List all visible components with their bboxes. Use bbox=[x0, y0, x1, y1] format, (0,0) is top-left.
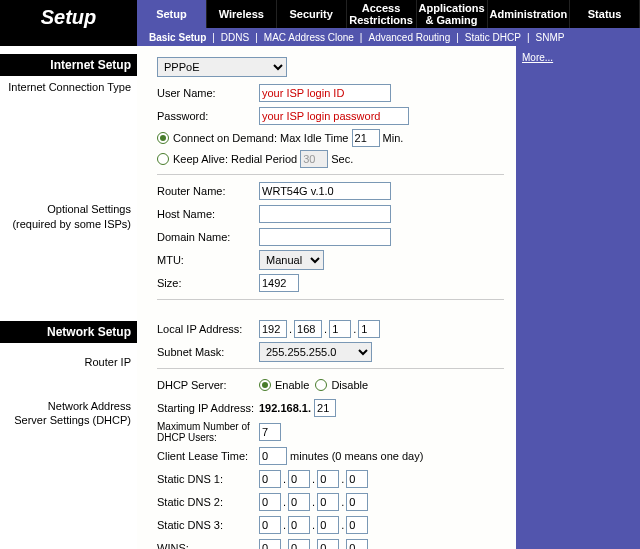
wins-d[interactable] bbox=[346, 539, 368, 549]
local-ip-label: Local IP Address: bbox=[157, 323, 259, 335]
sep: | bbox=[255, 32, 258, 43]
cod-label: Connect on Demand: Max Idle Time bbox=[173, 132, 348, 144]
tab-security[interactable]: Security bbox=[277, 0, 347, 28]
dns1-label: Static DNS 1: bbox=[157, 473, 259, 485]
dhcp-disable-radio[interactable] bbox=[315, 379, 327, 391]
dns3-a[interactable] bbox=[259, 516, 281, 534]
username-input[interactable] bbox=[259, 84, 391, 102]
password-input[interactable] bbox=[259, 107, 409, 125]
redial-period-input[interactable] bbox=[300, 150, 328, 168]
disable-text: Disable bbox=[331, 379, 368, 391]
dns3-label: Static DNS 3: bbox=[157, 519, 259, 531]
username-label: User Name: bbox=[157, 87, 259, 99]
max-users-label: Maximum Number of DHCP Users: bbox=[157, 421, 259, 443]
ip-oct2[interactable] bbox=[294, 320, 322, 338]
tab-access[interactable]: Access Restrictions bbox=[347, 0, 417, 28]
ip-oct3[interactable] bbox=[329, 320, 351, 338]
sep: | bbox=[456, 32, 459, 43]
dns3-d[interactable] bbox=[346, 516, 368, 534]
lease-label: Client Lease Time: bbox=[157, 450, 259, 462]
mtu-size-input[interactable] bbox=[259, 274, 299, 292]
max-users-input[interactable] bbox=[259, 423, 281, 441]
connect-on-demand-radio[interactable] bbox=[157, 132, 169, 144]
dns2-d[interactable] bbox=[346, 493, 368, 511]
subnet-label: Subnet Mask: bbox=[157, 346, 259, 358]
subnav-mac[interactable]: MAC Address Clone bbox=[264, 32, 354, 43]
sep: | bbox=[527, 32, 530, 43]
subnav-basic[interactable]: Basic Setup bbox=[149, 32, 206, 43]
idle-time-input[interactable] bbox=[352, 129, 380, 147]
tab-status[interactable]: Status bbox=[570, 0, 640, 28]
size-label: Size: bbox=[157, 277, 259, 289]
router-name-input[interactable] bbox=[259, 182, 391, 200]
tab-wireless[interactable]: Wireless bbox=[207, 0, 277, 28]
dns3-b[interactable] bbox=[288, 516, 310, 534]
tab-setup[interactable]: Setup bbox=[137, 0, 207, 28]
subnav-adv[interactable]: Advanced Routing bbox=[368, 32, 450, 43]
domain-name-label: Domain Name: bbox=[157, 231, 259, 243]
dns1-c[interactable] bbox=[317, 470, 339, 488]
dns1-b[interactable] bbox=[288, 470, 310, 488]
wins-a[interactable] bbox=[259, 539, 281, 549]
section-network-setup: Network Setup bbox=[0, 321, 137, 343]
ip-oct1[interactable] bbox=[259, 320, 287, 338]
app-title: Setup bbox=[0, 0, 137, 46]
keep-alive-radio[interactable] bbox=[157, 153, 169, 165]
mtu-label: MTU: bbox=[157, 254, 259, 266]
dhcp-enable-radio[interactable] bbox=[259, 379, 271, 391]
wins-c[interactable] bbox=[317, 539, 339, 549]
router-name-label: Router Name: bbox=[157, 185, 259, 197]
tab-admin[interactable]: Administration bbox=[488, 0, 571, 28]
start-ip-label: Starting IP Address: bbox=[157, 402, 259, 414]
subnav-snmp[interactable]: SNMP bbox=[536, 32, 565, 43]
wins-b[interactable] bbox=[288, 539, 310, 549]
dhcp-server-label: DHCP Server: bbox=[157, 379, 259, 391]
dns1-d[interactable] bbox=[346, 470, 368, 488]
tab-apps[interactable]: Applications & Gaming bbox=[417, 0, 488, 28]
ka-unit: Sec. bbox=[331, 153, 353, 165]
start-ip-prefix: 192.168.1. bbox=[259, 402, 311, 414]
enable-text: Enable bbox=[275, 379, 309, 391]
more-link[interactable]: More... bbox=[522, 52, 553, 63]
wins-label: WINS: bbox=[157, 542, 259, 549]
password-label: Password: bbox=[157, 110, 259, 122]
dns3-c[interactable] bbox=[317, 516, 339, 534]
cod-unit: Min. bbox=[383, 132, 404, 144]
host-name-input[interactable] bbox=[259, 205, 391, 223]
start-ip-input[interactable] bbox=[314, 399, 336, 417]
dns2-b[interactable] bbox=[288, 493, 310, 511]
dns2-c[interactable] bbox=[317, 493, 339, 511]
lease-input[interactable] bbox=[259, 447, 287, 465]
ka-label: Keep Alive: Redial Period bbox=[173, 153, 297, 165]
subnet-select[interactable]: 255.255.255.0 bbox=[259, 342, 372, 362]
label-optional: Optional Settings (required by some ISPs… bbox=[0, 198, 137, 235]
sep: | bbox=[360, 32, 363, 43]
label-dhcp: Network Address Server Settings (DHCP) bbox=[0, 395, 137, 432]
lease-unit: minutes (0 means one day) bbox=[290, 450, 423, 462]
dns1-a[interactable] bbox=[259, 470, 281, 488]
label-conn-type: Internet Connection Type bbox=[0, 76, 137, 98]
subnav-ddns[interactable]: DDNS bbox=[221, 32, 249, 43]
mtu-select[interactable]: Manual bbox=[259, 250, 324, 270]
dns2-label: Static DNS 2: bbox=[157, 496, 259, 508]
wan-type-select[interactable]: PPPoE bbox=[157, 57, 287, 77]
ip-oct4[interactable] bbox=[358, 320, 380, 338]
host-name-label: Host Name: bbox=[157, 208, 259, 220]
label-router-ip: Router IP bbox=[0, 343, 137, 373]
section-internet-setup: Internet Setup bbox=[0, 54, 137, 76]
subnav-sdhcp[interactable]: Static DHCP bbox=[465, 32, 521, 43]
domain-name-input[interactable] bbox=[259, 228, 391, 246]
dns2-a[interactable] bbox=[259, 493, 281, 511]
sep: | bbox=[212, 32, 215, 43]
